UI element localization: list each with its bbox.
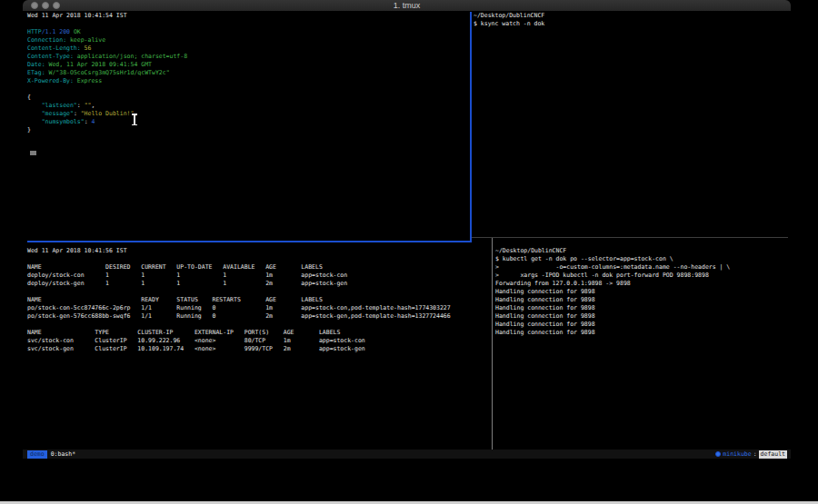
json-value: "Hello Dublin!": [81, 110, 135, 117]
status-right: minikube : default: [715, 450, 787, 459]
window-tab-bash[interactable]: 0:bash*: [51, 450, 75, 459]
json-colon: :: [77, 102, 85, 109]
output-line: Handling connection for 9898: [495, 304, 730, 312]
output-line: Handling connection for 9898: [495, 329, 730, 337]
json-key: "message": [27, 110, 74, 117]
pane-border-vertical[interactable]: [492, 238, 493, 450]
header-value: 56: [81, 44, 92, 52]
header-name: Date:: [27, 61, 45, 68]
svc-table-header: NAME TYPE CLUSTER-IP EXTERNAL-IP PORT(S)…: [27, 329, 451, 337]
json-field: "lastseen": "",: [27, 102, 187, 110]
output-line: Handling connection for 9898: [495, 288, 730, 296]
http-status-line: HTTP/1.1 200 OK: [27, 28, 187, 36]
command-line: $ kubectl get -n dok po --selector=app=s…: [495, 255, 730, 263]
window-titlebar: 1. tmux: [23, 0, 791, 11]
session-name-badge: demo: [27, 450, 47, 459]
zoom-button[interactable]: [53, 2, 60, 9]
http-header: X-Powered-By: Express: [27, 77, 187, 85]
pane-port-forward[interactable]: ~/Desktop/DublinCNCF $ kubectl get -n do…: [495, 247, 730, 337]
ibeam-bar: [134, 114, 135, 124]
header-name: X-Powered-By:: [27, 77, 74, 84]
http-header: Content-Type: application/json; charset=…: [27, 53, 187, 61]
http-header: ETag: W/"38-O5coCsrg3mQ75sHr1d/qcWTwY2c": [27, 69, 187, 77]
json-field: "numsymbols": 4: [27, 118, 187, 126]
output-line: Handling connection for 9898: [495, 296, 730, 304]
deploy-table-row: deploy/stock-con 1 1 1 1 1m app=stock-co…: [27, 272, 451, 280]
active-pane-border-vertical[interactable]: [470, 12, 472, 242]
traffic-lights: [31, 2, 60, 9]
json-value: 4: [91, 118, 95, 125]
k8s-namespace-badge: default: [759, 450, 787, 459]
header-name: Connection:: [27, 36, 66, 44]
pod-table-row: po/stock-gen-576cc688bb-swqf6 1/1 Runnin…: [27, 312, 451, 321]
blank-line: [27, 321, 451, 329]
json-key: "lastseen": [27, 102, 77, 109]
working-directory: ~/Desktop/DublinCNCF: [495, 247, 730, 255]
window-title: 1. tmux: [23, 1, 791, 10]
context-namespace-separator: :: [753, 450, 757, 459]
json-open-brace: {: [27, 94, 187, 102]
blank-line: [27, 20, 187, 28]
blank-line: [27, 288, 451, 296]
deploy-table-header: NAME DESIRED CURRENT UP-TO-DATE AVAILABL…: [27, 263, 451, 272]
header-value: Wed, 11 Apr 2018 09:41:54 GMT: [45, 61, 152, 68]
k8s-context: minikube: [723, 450, 751, 459]
command-continuation: > xargs -IPOD kubectl -n dok port-forwar…: [495, 272, 730, 280]
timestamp: Wed 11 Apr 2018 10:41:56 IST: [27, 247, 451, 255]
minimize-button[interactable]: [42, 2, 49, 9]
pane-ksync[interactable]: ~/Desktop/DublinCNCF $ ksync watch -n do…: [474, 12, 544, 28]
terminal-cursor: [30, 151, 36, 155]
header-name: Content-Length:: [27, 44, 81, 52]
blank-line: [27, 255, 451, 263]
command-continuation: > -o=custom-columns=:metadata.name --no-…: [495, 263, 730, 272]
command-line: $ ksync watch -n dok: [474, 20, 544, 28]
blank-line: [27, 85, 187, 94]
header-value: Express: [74, 77, 102, 84]
status-left: demo 0:bash*: [27, 450, 75, 459]
header-name: Content-Type:: [27, 53, 74, 60]
json-field: "message": "Hello Dublin!",: [27, 110, 187, 118]
json-close-brace: }: [27, 126, 187, 134]
deploy-table-row: deploy/stock-gen 1 1 1 1 2m app=stock-ge…: [27, 280, 451, 288]
mouse-text-cursor: [131, 114, 137, 125]
svc-table-row: svc/stock-gen ClusterIP 10.109.197.74 <n…: [27, 345, 451, 353]
json-comma: ,: [91, 102, 95, 109]
json-colon: :: [74, 110, 81, 117]
output-line: Handling connection for 9898: [495, 321, 730, 329]
pane-border-horizontal[interactable]: [472, 237, 788, 238]
http-proto: HTTP: [27, 28, 42, 35]
ibeam-bottom-serif: [132, 124, 137, 126]
header-value: keep-alive: [66, 36, 105, 44]
http-header: Connection: keep-alive: [27, 36, 187, 44]
active-pane-border-horizontal[interactable]: [27, 241, 472, 242]
output-line: Forwarding from 127.0.0.1:9898 -> 9898: [495, 280, 730, 288]
json-key: "numsymbols": [27, 118, 85, 125]
header-value: application/json; charset=utf-8: [74, 53, 187, 60]
pane-http-response[interactable]: Wed 11 Apr 2018 10:41:54 IST HTTP/1.1 20…: [27, 12, 187, 134]
pod-table-row: po/stock-con-5cc874766c-2p6rp 1/1 Runnin…: [27, 304, 451, 312]
kubernetes-icon: [715, 451, 721, 457]
working-directory: ~/Desktop/DublinCNCF: [474, 12, 544, 20]
header-value: W/"38-O5coCsrg3mQ75sHr1d/qcWTwY2c": [45, 69, 170, 76]
svc-table-row: svc/stock-con ClusterIP 10.99.222.96 <no…: [27, 337, 451, 345]
http-header: Date: Wed, 11 Apr 2018 09:41:54 GMT: [27, 61, 187, 69]
header-name: ETag:: [27, 69, 45, 76]
close-button[interactable]: [31, 2, 38, 9]
pane-kubectl-get[interactable]: Wed 11 Apr 2018 10:41:56 IST NAME DESIRE…: [27, 247, 451, 353]
http-version-code: /1.1 200: [42, 28, 74, 35]
output-line: Handling connection for 9898: [495, 312, 730, 321]
http-reason: OK: [74, 28, 81, 35]
pod-table-header: NAME READY STATUS RESTARTS AGE LABELS: [27, 296, 451, 304]
timestamp: Wed 11 Apr 2018 10:41:54 IST: [27, 12, 187, 20]
tmux-status-bar: demo 0:bash* minikube : default: [23, 450, 791, 459]
http-header: Content-Length: 56: [27, 44, 187, 53]
